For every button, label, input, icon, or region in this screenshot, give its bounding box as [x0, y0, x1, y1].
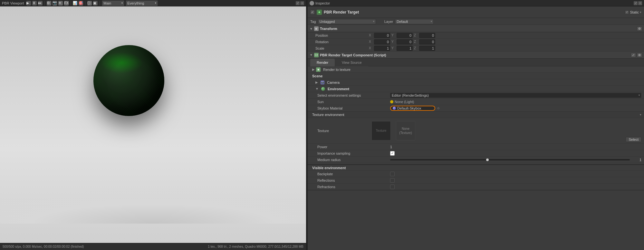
render-icon[interactable]: ▣	[93, 1, 98, 5]
layer-dropdown-label: Everything	[127, 1, 144, 5]
rotation-z-field: Z	[414, 39, 435, 44]
rot-z-label: Z	[414, 40, 418, 43]
tab-render[interactable]: Render	[310, 59, 335, 66]
sun-icon[interactable]: ☀	[58, 1, 63, 5]
backplate-row: Backplate	[308, 171, 644, 177]
rotation-x-input[interactable]	[374, 39, 390, 44]
environment-row: ▼ Environment	[308, 86, 644, 92]
skybox-field[interactable]: Default-Skybox	[390, 106, 435, 111]
reflections-checkbox[interactable]	[390, 178, 395, 183]
tag-layer-row: Tag Untagged ▾ Layer Default ▾	[308, 18, 644, 25]
camera-dropdown-arrow: ▾	[121, 2, 123, 5]
component-section: ▼ C# PBR Render Target Component (Script…	[308, 52, 644, 190]
texture-row: Texture Texture None (Texture) Select	[308, 118, 644, 144]
position-x-input[interactable]	[374, 33, 390, 38]
position-y-input[interactable]	[397, 33, 413, 38]
play-icon[interactable]: ▶	[26, 1, 31, 5]
pause-icon[interactable]: ⏸	[32, 1, 37, 5]
static-label: Static	[630, 10, 639, 14]
gizmo-icon[interactable]: 🎯	[79, 1, 83, 5]
slider-thumb[interactable]	[486, 159, 489, 161]
layer-dropdown[interactable]: Everything ▾	[126, 0, 158, 6]
scale-x-field: X	[369, 46, 390, 51]
transform-icon: ⊕	[314, 26, 319, 31]
inspector-content[interactable]: ▼ ⊕ Transform ⚙ Position X Y	[308, 25, 644, 250]
inspector-panel: Inspector ⤢ × ✓ ◆ PBR Render Target ✓ St…	[308, 0, 644, 250]
transform-corner-btns: ⚙	[637, 26, 642, 31]
static-dropdown-arrow[interactable]: ▾	[640, 11, 641, 14]
component-title: PBR Render Target Component (Script)	[320, 53, 386, 57]
stats-icon[interactable]: 📊	[73, 1, 77, 5]
inspector-maximize-btn[interactable]: ⤢	[634, 1, 638, 5]
layer-arrow: ▾	[431, 20, 432, 23]
camera-icon[interactable]: 📷	[53, 1, 57, 5]
sep3	[85, 1, 85, 5]
select-env-row: Select environment settings Editor (Rend…	[308, 92, 644, 99]
select-texture-btn[interactable]: Select	[626, 137, 641, 142]
sun-row: Sun None (Light)	[308, 99, 644, 105]
texture-input-field[interactable]: Texture	[371, 121, 391, 140]
inspector-title: Inspector	[315, 1, 330, 5]
component-options-btn[interactable]: ⚙	[637, 53, 642, 57]
importance-checkbox[interactable]: ✓	[390, 151, 395, 156]
backplate-checkbox[interactable]	[390, 172, 395, 176]
slider-track[interactable]	[390, 159, 630, 160]
pos-z-label: Z	[414, 34, 418, 37]
skybox-arrow[interactable]: ⊙	[437, 107, 440, 110]
skybox-field-container: Default-Skybox ⊙	[390, 106, 641, 111]
object-name: PBR Render Target	[324, 10, 359, 14]
camera-icon: 📷	[321, 81, 324, 84]
object-enabled-toggle[interactable]: ✓	[310, 10, 315, 14]
texture-env-arrow[interactable]: ▾	[640, 113, 641, 116]
rotation-y-input[interactable]	[397, 39, 413, 44]
tab-render-label: Render	[317, 61, 328, 64]
render-status: 500/500 s/px, 0.000 Ms/sec, 00:00:02/00:…	[3, 245, 84, 248]
camera-dropdown[interactable]: Main ▾	[102, 0, 124, 6]
render-to-texture-header[interactable]: ▶ ▣ Render to texture	[308, 66, 644, 73]
object-icon: ◆	[317, 10, 322, 15]
scene-row: Scene	[308, 73, 644, 79]
tag-arrow: ▾	[373, 20, 374, 23]
fx-icon[interactable]: FX	[64, 1, 69, 5]
close-viewport-btn[interactable]: ×	[300, 1, 304, 5]
refractions-label: Refractions	[317, 185, 388, 189]
skybox-row: Skybox Material Default-Skybox ⊙	[308, 105, 644, 111]
scale-label: Scale	[315, 46, 367, 50]
scale-x-input[interactable]	[374, 46, 390, 51]
settings-icon[interactable]: ⚙	[47, 1, 51, 5]
scale-y-input[interactable]	[397, 46, 413, 51]
camera-label: Camera	[327, 81, 340, 84]
static-badge: ✓ Static ▾	[625, 10, 641, 14]
rtt-arrow: ▶	[312, 68, 315, 71]
select-env-value: Editor (RenderSettings)	[392, 93, 429, 97]
transform-section-header[interactable]: ▼ ⊕ Transform ⚙	[308, 25, 644, 32]
layer-dropdown[interactable]: Default ▾	[395, 19, 434, 24]
tag-dropdown[interactable]: Untagged ▾	[318, 19, 376, 24]
window-buttons: ⤢ ×	[296, 1, 304, 5]
camera-dropdown-label: Main	[103, 1, 111, 5]
medium-radius-slider: 1	[390, 158, 641, 162]
env-expanded-arrow: ▼	[315, 87, 319, 91]
sep2	[71, 1, 71, 5]
maximize-btn[interactable]: ⤢	[296, 1, 300, 5]
rotation-z-input[interactable]	[419, 39, 435, 44]
scale-z-field: Z	[414, 46, 435, 51]
refractions-checkbox[interactable]	[390, 185, 395, 189]
inspector-close-btn[interactable]: ×	[638, 1, 642, 5]
sun-label: Sun	[317, 100, 388, 104]
power-label: Power	[317, 145, 388, 149]
none-texture-btn[interactable]: None (Texture)	[396, 121, 415, 140]
select-env-dropdown[interactable]: Editor (RenderSettings) ▾	[390, 93, 641, 98]
wireframe-icon[interactable]: ⬡	[87, 1, 92, 5]
component-maximize-btn[interactable]: ⤢	[631, 53, 636, 57]
none-line2: (Texture)	[399, 131, 412, 135]
scale-z-input[interactable]	[419, 46, 435, 51]
step-icon[interactable]: ⏭	[38, 1, 43, 5]
component-section-header[interactable]: ▼ C# PBR Render Target Component (Script…	[308, 52, 644, 59]
viewport-statusbar: 500/500 s/px, 0.000 Ms/sec, 00:00:02/00:…	[0, 243, 306, 250]
transform-options-btn[interactable]: ⚙	[637, 26, 642, 31]
transform-arrow: ▼	[310, 27, 313, 31]
static-checkbox[interactable]: ✓	[625, 10, 629, 14]
tab-view-source[interactable]: View Source	[335, 59, 368, 66]
position-z-input[interactable]	[419, 33, 435, 38]
